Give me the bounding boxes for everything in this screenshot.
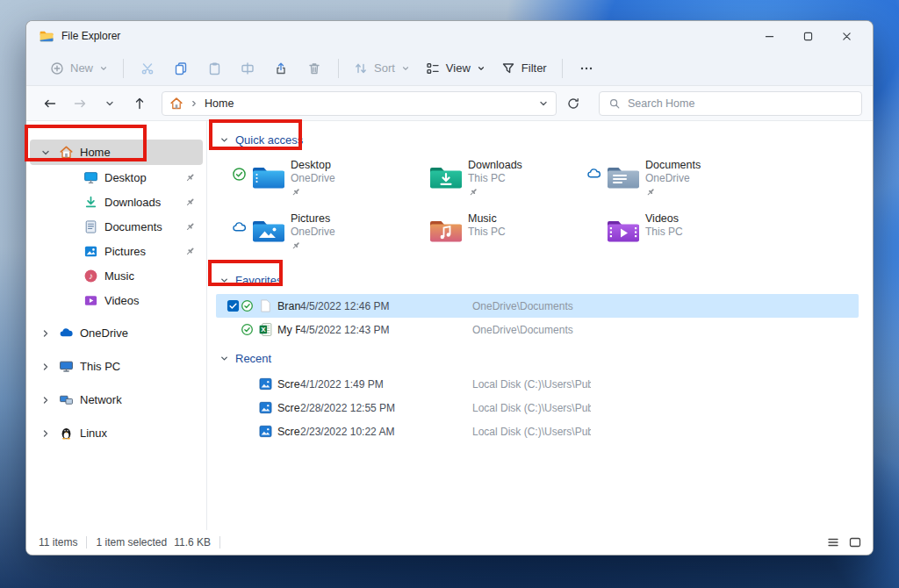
sidebar-item-music[interactable]: ♪Music <box>30 263 203 288</box>
section-quick-access[interactable]: Quick access <box>219 130 864 149</box>
large-icons-view-button[interactable] <box>848 535 862 549</box>
sidebar-item-label: OneDrive <box>80 326 128 340</box>
view-button-label: View <box>446 61 471 75</box>
quick-access-tile-documents[interactable]: DocumentsOneDrive <box>586 156 764 208</box>
chevron-down-icon <box>401 64 410 73</box>
file-icon-cell <box>258 424 277 439</box>
close-icon <box>841 31 852 42</box>
search-input[interactable] <box>628 97 852 110</box>
minimize-button[interactable] <box>750 23 788 49</box>
favorites-row[interactable]: XMy Finances4/5/2022 12:43 PMOneDrive\Do… <box>216 318 859 341</box>
cut-button[interactable] <box>131 54 164 82</box>
recent-row[interactable]: Screenshot 2022-04-01 1349164/1/2022 1:4… <box>216 372 859 396</box>
tile-location: OneDrive <box>291 226 335 239</box>
sidebar-item-pictures[interactable]: Pictures <box>30 239 203 263</box>
quick-access-tile-desktop[interactable]: DesktopOneDrive <box>232 156 409 208</box>
file-excel-icon: X <box>258 322 273 337</box>
chevron-placeholder <box>65 221 76 232</box>
recent-row[interactable]: Screenshot 2022-02-28 1255002/28/2022 12… <box>216 396 859 419</box>
status-separator <box>86 536 87 549</box>
rename-button[interactable] <box>231 54 264 82</box>
details-view-button[interactable] <box>826 535 840 549</box>
toolbar-separator <box>338 59 339 78</box>
sidebar-item-onedrive[interactable]: OneDrive <box>30 320 203 346</box>
refresh-button[interactable] <box>560 90 586 117</box>
cloud-sync-icon <box>232 220 247 235</box>
filter-button[interactable]: Filter <box>493 54 555 82</box>
section-recent[interactable]: Recent <box>219 348 864 368</box>
sync-check-icon <box>241 323 254 336</box>
back-button[interactable] <box>37 90 63 117</box>
sort-button[interactable]: Sort <box>346 54 418 82</box>
filter-button-label: Filter <box>521 61 547 75</box>
new-button[interactable]: New <box>42 54 116 82</box>
address-dropdown-icon[interactable] <box>538 98 549 109</box>
sidebar-item-downloads[interactable]: Downloads <box>30 190 203 214</box>
row-checkbox[interactable] <box>227 299 241 312</box>
up-button[interactable] <box>126 90 153 117</box>
pin-icon <box>184 246 196 257</box>
favorites-row[interactable]: Brandon's Star Trek Script4/5/2022 12:46… <box>216 294 859 318</box>
documents-folder-icon <box>606 162 641 190</box>
new-button-label: New <box>70 61 93 75</box>
sb-linux-icon <box>59 426 74 441</box>
favorites-list: Brandon's Star Trek Script4/5/2022 12:46… <box>216 294 864 341</box>
sidebar-item-documents[interactable]: Documents <box>30 214 203 239</box>
file-image-icon <box>258 400 273 415</box>
sidebar-item-label: This PC <box>80 360 120 373</box>
sidebar-item-network[interactable]: Network <box>30 387 203 412</box>
file-icon-cell <box>258 376 277 391</box>
tile-location: This PC <box>468 226 506 239</box>
address-bar[interactable]: Home <box>162 91 557 116</box>
home-icon <box>59 145 74 160</box>
recent-row[interactable]: Screenshot 2022-02-23 1022022/23/2022 10… <box>216 419 859 443</box>
toolbar-separator <box>562 59 563 78</box>
up-arrow-icon <box>133 97 147 111</box>
more-options-button[interactable] <box>570 54 603 82</box>
forward-button[interactable] <box>67 90 93 117</box>
chevron-down-icon <box>40 147 51 158</box>
tile-text: VideosThis PC <box>645 212 683 262</box>
pin-icon <box>468 187 478 197</box>
titlebar[interactable]: File Explorer <box>26 21 873 51</box>
sidebar-item-desktop[interactable]: Desktop <box>30 165 203 190</box>
sidebar-item-this-pc[interactable]: This PC <box>30 354 203 379</box>
quick-access-tile-downloads[interactable]: DownloadsThis PC <box>409 156 586 208</box>
tile-name: Documents <box>645 159 701 172</box>
sidebar-item-label: Documents <box>104 220 162 233</box>
sidebar-item-linux[interactable]: Linux <box>30 420 203 446</box>
section-favorites[interactable]: Favorites <box>219 270 864 290</box>
delete-button[interactable] <box>298 54 331 82</box>
recent-locations-button[interactable] <box>97 90 123 117</box>
share-button[interactable] <box>264 54 298 82</box>
view-icon <box>426 61 440 75</box>
file-icon-cell <box>258 298 277 313</box>
pin-icon <box>184 197 196 208</box>
search-box[interactable] <box>599 91 862 116</box>
pin-icon <box>184 172 196 183</box>
window-controls <box>750 23 866 49</box>
view-button[interactable]: View <box>418 54 493 82</box>
sidebar-item-videos[interactable]: Videos <box>30 288 203 312</box>
maximize-button[interactable] <box>788 23 827 49</box>
file-icon-cell: X <box>258 322 277 337</box>
quick-access-tile-pictures[interactable]: PicturesOneDrive <box>232 210 409 262</box>
file-date-modified: 4/1/2022 1:49 PM <box>300 378 472 391</box>
quick-access-tile-videos[interactable]: VideosThis PC <box>586 210 764 262</box>
sidebar-item-label: Downloads <box>104 196 161 209</box>
sidebar-item-label: Pictures <box>104 245 146 258</box>
file-blank-icon <box>258 298 273 313</box>
breadcrumb-home[interactable]: Home <box>205 97 234 110</box>
minimize-icon <box>764 31 775 42</box>
copy-button[interactable] <box>164 54 198 82</box>
file-image-icon <box>258 376 273 391</box>
paste-button[interactable] <box>198 54 231 82</box>
close-button[interactable] <box>827 23 866 49</box>
status-bar: 11 items 1 item selected 11.6 KB <box>26 530 873 555</box>
sidebar-item-label: Network <box>80 393 122 406</box>
sidebar-item-home[interactable]: Home <box>30 140 203 165</box>
plus-circle-icon <box>50 61 64 75</box>
file-name: Brandon's Star Trek Script <box>277 300 300 312</box>
quick-access-tile-music[interactable]: MusicThis PC <box>409 210 586 262</box>
file-name: Screenshot 2022-04-01 134916 <box>277 378 300 391</box>
